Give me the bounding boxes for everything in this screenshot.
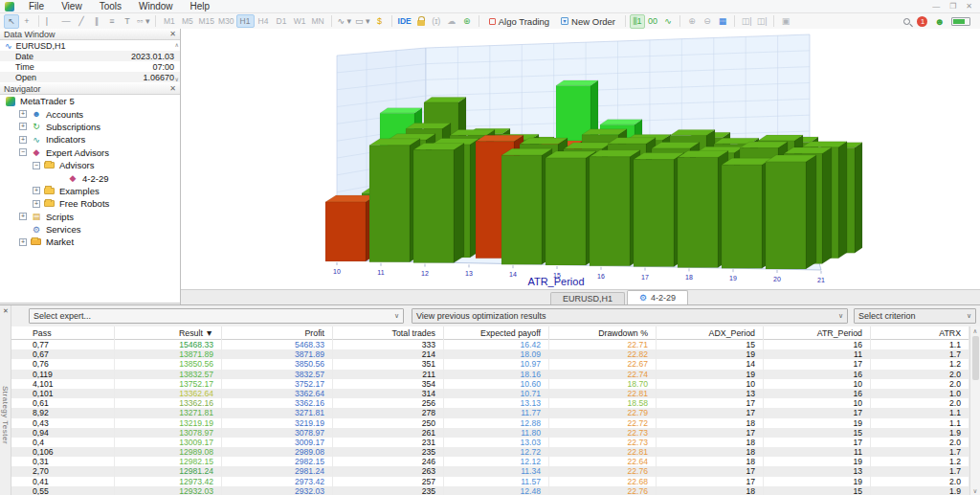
timeframe-h4[interactable]: H4 bbox=[255, 15, 273, 27]
expand-icon[interactable]: + bbox=[19, 110, 27, 118]
menu-view[interactable]: View bbox=[53, 0, 91, 12]
data-window-scroll-down-icon[interactable]: ∨ bbox=[175, 76, 179, 82]
select-criterion-dropdown[interactable]: Select criterion∨ bbox=[854, 308, 976, 324]
account-icon[interactable]: ☻ bbox=[934, 16, 945, 27]
menu-tools[interactable]: Tools bbox=[91, 0, 130, 12]
navigator-item-advisors[interactable]: −Advisors bbox=[0, 159, 180, 171]
restore-button[interactable]: ❐ bbox=[949, 1, 956, 12]
collapse-icon[interactable]: − bbox=[19, 148, 27, 156]
vertical-line-icon[interactable]: ⎸ bbox=[43, 14, 58, 29]
scrollbar-thumb[interactable] bbox=[972, 336, 979, 380]
column-header-adx-period[interactable]: ADX_Period bbox=[657, 326, 764, 340]
table-row[interactable]: 0,7613850.563850.5635110.9722.6714171.2 bbox=[11, 359, 969, 369]
expand-icon[interactable]: + bbox=[33, 200, 40, 208]
column-header-result[interactable]: Result ▼ bbox=[115, 326, 222, 340]
timeframe-m1[interactable]: M1 bbox=[160, 15, 178, 27]
expand-icon[interactable]: + bbox=[19, 238, 27, 246]
table-row[interactable]: 0,6113362.163362.1625613.1318.5817102.0 bbox=[11, 398, 969, 408]
table-row[interactable]: 0,5512932.032932.0323512.4822.7618151.9 bbox=[11, 486, 969, 495]
navigator-item-subscriptions[interactable]: +↻Subscriptions bbox=[0, 121, 180, 133]
data-window-scroll-up-icon[interactable]: ∧ bbox=[175, 41, 179, 48]
timeframe-m15[interactable]: M15 bbox=[196, 15, 216, 27]
select-expert-dropdown[interactable]: Select expert...∨ bbox=[29, 308, 404, 324]
navigator-item-free-robots[interactable]: +Free Robots bbox=[0, 197, 180, 210]
navigator-item-metatrader-5[interactable]: MetaTrader 5 bbox=[0, 95, 180, 107]
table-row[interactable]: 0,7715468.335468.3333316.4222.7115161.1 bbox=[11, 340, 969, 349]
zoom-in-icon[interactable]: ⊕ bbox=[684, 14, 700, 29]
table-row[interactable]: 0,413009.173009.1723113.0322.7318172.0 bbox=[11, 438, 969, 447]
menu-file[interactable]: File bbox=[20, 0, 53, 12]
notification-badge[interactable]: 1 bbox=[917, 16, 927, 27]
shapes-icon[interactable]: ▫▫ ▾ bbox=[135, 14, 151, 29]
expand-icon[interactable]: + bbox=[19, 136, 27, 144]
table-row[interactable]: 0,4112973.422973.4225711.5722.6817192.0 bbox=[11, 477, 969, 486]
table-row[interactable]: 0,10612989.082989.0823512.7222.8118111.7 bbox=[11, 447, 969, 457]
column-header-profit[interactable]: Profit bbox=[222, 326, 333, 340]
indicator-list-icon[interactable]: ∿ ▾ bbox=[336, 14, 354, 29]
ide-button[interactable]: IDE bbox=[396, 14, 413, 29]
lock-icon[interactable] bbox=[413, 14, 429, 29]
optimization-3d-chart[interactable]: 101112131415161718192021ATR_Period bbox=[181, 29, 980, 289]
text-tool-icon[interactable]: T bbox=[120, 14, 135, 29]
tile-windows-icon[interactable]: ▦ bbox=[715, 14, 730, 29]
expand-icon[interactable]: + bbox=[33, 187, 40, 194]
currency-icon[interactable]: $ bbox=[372, 14, 388, 29]
candlestick-mode-icon[interactable]: 00 bbox=[645, 14, 660, 29]
crosshair-icon[interactable]: + bbox=[19, 14, 34, 29]
timeframe-mn[interactable]: MN bbox=[309, 15, 327, 27]
navigator-item-market[interactable]: +Market bbox=[0, 236, 180, 248]
navigator-item-scripts[interactable]: +▤Scripts bbox=[0, 211, 180, 223]
navigator-item-expert-advisors[interactable]: −◆Expert Advisors bbox=[0, 146, 180, 159]
globe-icon[interactable]: ⊛ bbox=[459, 14, 475, 29]
line-chart-mode-icon[interactable]: ∿ bbox=[660, 14, 676, 29]
table-row[interactable]: 4,10113752.173752.1735410.6018.7010102.0 bbox=[11, 379, 969, 389]
timeframe-h1[interactable]: H1 bbox=[236, 14, 255, 28]
timeframe-w1[interactable]: W1 bbox=[291, 15, 309, 27]
column-header-total-trades[interactable]: Total trades bbox=[333, 326, 444, 340]
table-scrollbar[interactable]: ∧ ∨ bbox=[969, 326, 980, 495]
table-row[interactable]: 0,4313219.193219.1925012.8822.7218191.1 bbox=[11, 418, 969, 428]
timeframe-m5[interactable]: M5 bbox=[178, 15, 196, 27]
horizontal-line-icon[interactable]: — bbox=[58, 14, 74, 29]
table-row[interactable]: 0,9413078.973078.9726111.8022.7317151.9 bbox=[11, 428, 969, 438]
cursor-icon[interactable]: ↖ bbox=[4, 14, 19, 29]
timeframe-d1[interactable]: D1 bbox=[273, 15, 291, 27]
algo-trading-button[interactable]: Algo Trading bbox=[483, 14, 555, 29]
column-header-atr-period[interactable]: ATR_Period bbox=[764, 326, 871, 340]
column-header-atrx[interactable]: ATRX bbox=[871, 326, 969, 340]
chart-window-icon[interactable]: ▭ ▾ bbox=[353, 14, 372, 29]
table-row[interactable]: 2,7012981.242981.2426311.3422.7617131.7 bbox=[11, 466, 969, 476]
navigator-item-4-2-29[interactable]: ◆4-2-29 bbox=[0, 171, 180, 184]
navigator-item-examples[interactable]: +Examples bbox=[0, 185, 180, 197]
zoom-out-icon[interactable]: ⊖ bbox=[700, 14, 715, 29]
tab-optimization-4-2-29[interactable]: ⚙ 4-2-29 bbox=[627, 290, 688, 304]
search-icon[interactable] bbox=[903, 18, 910, 25]
table-row[interactable]: 0,10113362.643362.6431410.7122.8113161.0 bbox=[11, 389, 969, 398]
arrange-horizontal-icon[interactable]: ◫| bbox=[739, 14, 754, 29]
community-icon[interactable]: (ɪ) bbox=[429, 14, 444, 29]
cloud-icon[interactable]: ☁ bbox=[444, 14, 459, 29]
table-row[interactable]: 0,6713871.893871.8921418.0922.8219111.7 bbox=[11, 349, 969, 359]
scroll-up-icon[interactable]: ∧ bbox=[970, 327, 980, 335]
tester-close-icon[interactable]: ✕ bbox=[3, 307, 9, 315]
trendline-icon[interactable]: ╱ bbox=[74, 14, 89, 29]
menu-window[interactable]: Window bbox=[130, 0, 182, 12]
table-row[interactable]: 0,3112982.152982.1524612.1222.6418191.2 bbox=[11, 457, 969, 466]
collapse-icon[interactable]: − bbox=[33, 162, 40, 169]
data-window-close-icon[interactable]: ✕ bbox=[169, 30, 176, 38]
navigator-close-icon[interactable]: ✕ bbox=[169, 84, 176, 93]
column-header-expected-payoff[interactable]: Expected payoff bbox=[444, 326, 549, 340]
navigator-item-services[interactable]: ⚙Services bbox=[0, 223, 180, 236]
timeframe-m30[interactable]: M30 bbox=[216, 15, 236, 27]
close-button[interactable]: ✕ bbox=[966, 1, 972, 12]
new-order-button[interactable]: ▾ New Order bbox=[555, 14, 621, 29]
table-row[interactable]: 0,11913832.573832.5721118.1622.7419162.0 bbox=[11, 370, 969, 379]
minimize-button[interactable]: — bbox=[932, 1, 940, 12]
arrange-vertical-icon[interactable]: ◫| bbox=[754, 14, 769, 29]
tab-eurusd-h1[interactable]: EURUSD,H1 bbox=[550, 292, 625, 304]
fibonacci-icon[interactable]: ≡ bbox=[104, 14, 120, 29]
menu-help[interactable]: Help bbox=[182, 0, 219, 12]
bar-chart-mode-icon[interactable]: ⫼1 bbox=[630, 14, 645, 29]
data-window-symbol-row[interactable]: ∿ EURUSD,H1 ∧ bbox=[0, 40, 180, 51]
expand-icon[interactable]: + bbox=[19, 123, 27, 130]
